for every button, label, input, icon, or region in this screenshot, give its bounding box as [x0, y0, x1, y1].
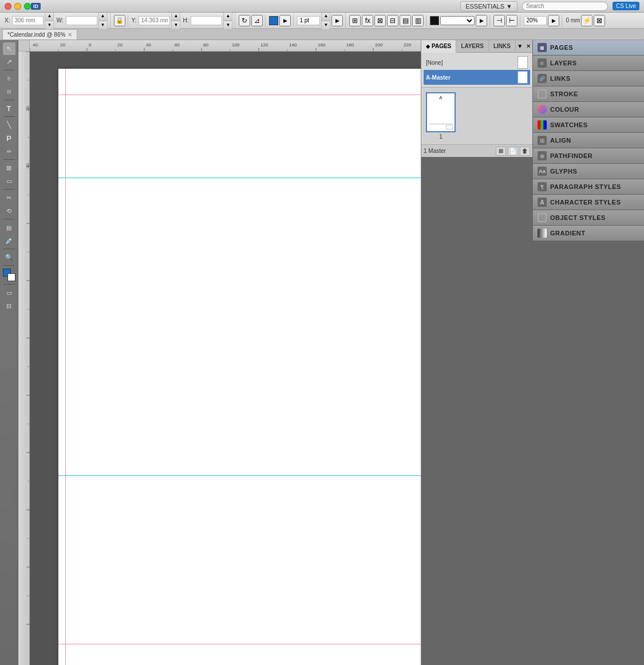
direct-select-tool-btn[interactable]: ↗	[3, 56, 15, 68]
align-right-btn[interactable]: ⊢	[506, 15, 517, 26]
transform-btn4[interactable]: ⊟	[387, 15, 398, 26]
new-page-btn[interactable]: 📄	[508, 147, 518, 156]
transform-btn5[interactable]: ▤	[400, 15, 411, 26]
ruler-h-ticks: 40 20 0 20 40 60 80 100 120	[30, 40, 421, 51]
svg-text:0: 0	[89, 42, 92, 48]
transform-btn2[interactable]: fx	[362, 15, 373, 26]
line-tool-btn[interactable]: ╲	[3, 119, 15, 131]
page-1-thumb[interactable]: A	[426, 92, 456, 132]
titlebar: ID ESSENTIALS ▼ CS Live	[0, 0, 644, 13]
rect-tool-btn[interactable]: ▭	[3, 175, 15, 187]
shear-btn[interactable]: ⊿	[251, 15, 263, 26]
constrain-proportions-btn[interactable]: 🔒	[114, 15, 125, 26]
ess-paragraph-styles-header[interactable]: ¶ PARAGRAPH STYLES	[533, 179, 644, 194]
transform-tool-btn[interactable]: ⟲	[3, 204, 15, 217]
panel-close-btn[interactable]: ✕	[524, 41, 532, 52]
page-thumb-line	[429, 124, 453, 124]
window-controls	[5, 3, 31, 10]
ess-align-header[interactable]: ⊞ ALIGN	[533, 133, 644, 148]
select-tool-btn[interactable]: ↖	[3, 42, 15, 55]
transform-btn3[interactable]: ⊠	[374, 15, 386, 26]
ess-stroke-header[interactable]: STROKE	[533, 86, 644, 101]
h-decrement-btn[interactable]: ▼	[223, 21, 232, 30]
none-row[interactable]: [None]	[424, 55, 530, 70]
amaster-row[interactable]: A-Master	[424, 70, 530, 85]
essentials-button[interactable]: ESSENTIALS ▼	[460, 1, 517, 11]
ess-colour-header[interactable]: COLOUR	[533, 102, 644, 117]
minimize-button[interactable]	[14, 3, 21, 10]
toolbar-y-label: Y:	[132, 17, 137, 23]
x-decrement-btn[interactable]: ▼	[45, 21, 54, 30]
ess-object-styles-header[interactable]: OBJECT STYLES	[533, 210, 644, 225]
zoom-arrow-btn[interactable]: ▶	[548, 15, 559, 26]
rect-frame-tool-btn[interactable]: ⊠	[3, 162, 15, 174]
svg-text:160: 160	[318, 42, 326, 48]
w-decrement-btn[interactable]: ▼	[98, 21, 108, 30]
color-indicator[interactable]	[3, 269, 15, 281]
pencil-tool-btn[interactable]: ✏	[3, 145, 15, 158]
tab-layers[interactable]: LAYERS	[456, 40, 489, 53]
y-field[interactable]	[139, 16, 170, 25]
stroke-arrow-btn[interactable]: ▶	[331, 15, 343, 26]
ess-pathfinder-header[interactable]: ⊕ PATHFINDER	[533, 148, 644, 163]
gap-tool-btn[interactable]: ⊟	[3, 85, 15, 98]
extra-btn1[interactable]: ⚡	[581, 15, 592, 26]
tab-pages[interactable]: ◆ PAGES	[421, 40, 456, 53]
pen-tool-btn[interactable]: P	[3, 132, 15, 144]
w-field[interactable]	[66, 16, 97, 25]
y-decrement-btn[interactable]: ▼	[171, 21, 180, 30]
stroke-decrement-btn[interactable]: ▼	[321, 21, 330, 30]
color-select[interactable]	[440, 16, 475, 25]
rotate-btn[interactable]: ↻	[239, 15, 250, 26]
toolbar-x-label: X:	[5, 17, 10, 23]
type-tool-btn[interactable]: T	[3, 102, 15, 115]
swatches-ess-icon	[538, 120, 547, 129]
new-master-btn[interactable]: ⊞	[496, 147, 506, 156]
stroke-width-field[interactable]	[297, 16, 320, 25]
zoom-tool-btn[interactable]: 🔍	[3, 251, 15, 263]
main-layout: ↖ ↗ ⎗ ⊟ T ╲ P ✏ ⊠ ▭ ✂ ⟲ ▤ 💉 🔍 ▭ ⊟	[0, 40, 644, 665]
cslive-button[interactable]: CS Live	[613, 2, 639, 10]
document-tab[interactable]: *Calendar.indd @ 86% ✕	[2, 29, 77, 40]
close-button[interactable]	[5, 3, 11, 10]
ess-layers-header[interactable]: ≡ LAYERS	[533, 56, 644, 70]
align-left-btn[interactable]: ⊣	[493, 15, 505, 26]
svg-text:120: 120	[260, 42, 268, 48]
ess-gradient-header[interactable]: GRADIENT	[533, 226, 644, 241]
page-thumb-detail	[446, 125, 453, 129]
presentation-mode-btn[interactable]: ⊟	[3, 300, 15, 312]
ess-glyphs-header[interactable]: Aa GLYPHS	[533, 164, 644, 179]
maximize-button[interactable]	[24, 3, 31, 10]
document-page	[58, 69, 421, 665]
toolbar-transform-group: X: ▲ ▼ W: ▲ ▼	[2, 11, 110, 30]
zoom-percent-field[interactable]	[524, 16, 547, 25]
page-tool-btn[interactable]: ⎗	[3, 72, 15, 85]
tab-links[interactable]: LINKS	[489, 40, 516, 53]
extra-btn2[interactable]: ⊠	[594, 15, 605, 26]
ess-swatches-header[interactable]: SWATCHES	[533, 117, 644, 132]
fill-arrow-btn[interactable]: ▶	[279, 15, 291, 26]
eyedropper-tool-btn[interactable]: 💉	[3, 234, 15, 247]
transform-btn6[interactable]: ▥	[412, 15, 424, 26]
none-label: [None]	[426, 60, 442, 66]
search-input[interactable]	[522, 2, 608, 11]
gradient-tool-btn[interactable]: ▤	[3, 221, 15, 234]
ess-character-styles-header[interactable]: A CHARACTER STYLES	[533, 195, 644, 210]
ess-pages-header[interactable]: ▦ PAGES	[533, 40, 644, 55]
color-arrow-btn[interactable]: ▶	[476, 15, 487, 26]
panel-menu-btn[interactable]: ▼	[516, 41, 524, 52]
stroke-color-swatch[interactable]	[430, 16, 439, 25]
scissors-tool-btn[interactable]: ✂	[3, 191, 15, 204]
ess-glyphs-label: GLYPHS	[550, 168, 577, 175]
ess-links-header[interactable]: 🔗 LINKS	[533, 71, 644, 86]
ess-stroke-label: STROKE	[550, 90, 578, 97]
transform-btn1[interactable]: ⊞	[349, 15, 361, 26]
tool-separator-1	[3, 70, 15, 70]
preview-mode-btn[interactable]: ▭	[3, 286, 15, 299]
x-field[interactable]	[12, 16, 44, 25]
toolbar-y-group: Y: ▲ ▼ H: ▲ ▼	[129, 11, 236, 30]
tab-close-btn[interactable]: ✕	[68, 32, 72, 38]
fill-color-swatch[interactable]	[269, 16, 278, 25]
h-field[interactable]	[191, 16, 222, 25]
delete-page-btn[interactable]: 🗑	[520, 147, 530, 156]
